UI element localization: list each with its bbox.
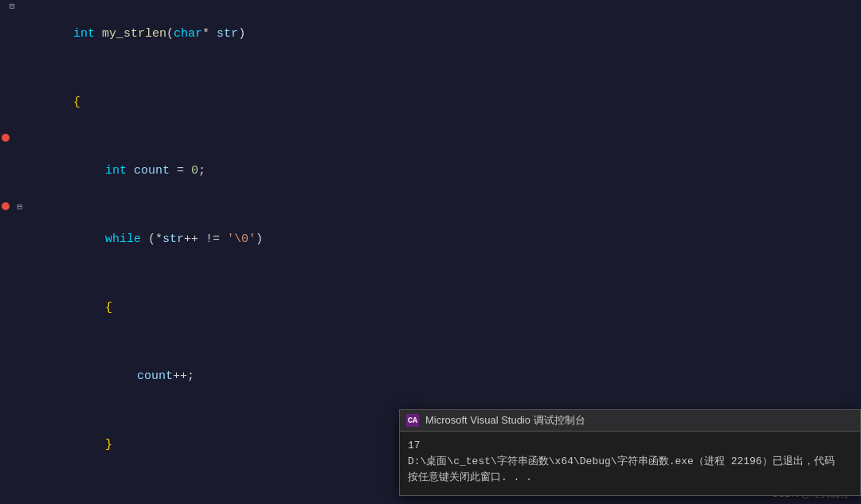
code-line-1: ⊟ int my_strlen(char* str) [0,0,861,68]
breakpoint-3[interactable] [2,134,10,142]
line-content-3: int count = 0; [24,138,205,205]
console-body: 17 D:\桌面\c_test\字符串函数\x64\Debug\字符串函数.ex… [400,432,860,495]
code-line-6: count++; [0,342,861,411]
line-content-5: { [24,275,112,342]
breakpoint-4[interactable] [2,202,10,210]
line-content-4: while (*str++ != '\0') [24,206,263,273]
line-content-7: } [24,412,112,479]
fn-my_strlen: my_strlen [102,27,166,41]
console-title: Microsoft Visual Studio 调试控制台 [425,413,585,428]
line-content-8 [24,480,37,502]
brace-open-1: { [73,96,80,109]
console-output-3: 按任意键关闭此窗口. . . [408,470,852,486]
fold-arrow-1[interactable]: ⊟ [10,1,15,11]
code-line-3: int count = 0; [0,137,861,205]
console-titlebar: CA Microsoft Visual Studio 调试控制台 [400,410,860,432]
keyword-int: int [73,27,95,41]
console-window: CA Microsoft Visual Studio 调试控制台 17 D:\桌… [399,409,861,496]
line-content-1: int my_strlen(char* str) [24,1,245,68]
gutter-1: ⊟ [0,1,24,11]
code-line-4: ⊟ while (*str++ != '\0') [0,205,861,274]
code-line-5: { [0,274,861,342]
line-content-6: count++; [24,343,194,410]
type-char: char [174,27,202,41]
console-icon: CA [406,414,419,427]
fold-arrow-4[interactable]: ⊟ [17,201,22,212]
console-output-2: D:\桌面\c_test\字符串函数\x64\Debug\字符串函数.exe（进… [408,454,852,470]
code-editor: ⊟ int my_strlen(char* str) { int count =… [0,0,861,504]
line-content-2: { [24,69,80,136]
code-line-2: { [0,68,861,137]
console-output-1: 17 [408,438,852,454]
param-str: str [217,27,238,41]
